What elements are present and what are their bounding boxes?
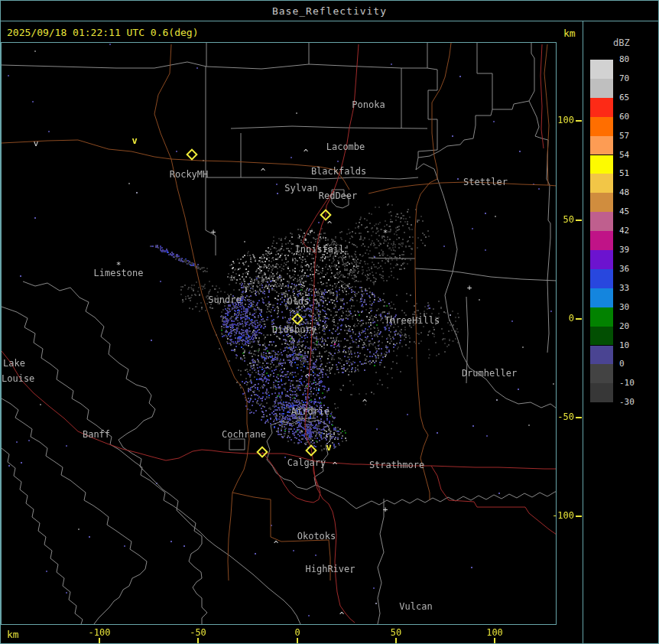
primary-highway-line — [2, 351, 284, 460]
bottom-axis-tick-label: 100 — [486, 627, 503, 638]
secondary-highway-line — [171, 159, 249, 581]
right-axis-tick-mark — [576, 120, 582, 122]
point-marker-icon: + — [467, 283, 472, 293]
secondary-highway-line — [154, 44, 171, 159]
city-label-vulcan: Vulcan — [399, 601, 432, 612]
right-axis-tick-mark — [576, 417, 582, 418]
colorbar-swatch-36dbz — [590, 269, 613, 288]
colorbar-swatch--10dbz — [590, 383, 613, 402]
county-boundary-line — [415, 268, 556, 281]
point-marker-icon: ^ — [362, 398, 368, 408]
point-marker-icon: ^ — [339, 610, 345, 620]
colorbar-swatch-30dbz — [590, 307, 613, 327]
city-label-cochrane: Cochrane — [222, 429, 266, 440]
city-label-stettler: Stettler — [463, 177, 508, 187]
colorbar-level-label: 36 — [619, 264, 629, 274]
bottom-axis-tick-label: 50 — [391, 627, 401, 638]
chevron-marker-icon: v — [326, 442, 331, 453]
colorbar-level-label: 48 — [619, 187, 629, 197]
colorbar-level-label: -30 — [619, 397, 635, 407]
city-label-sundre: Sundre — [208, 294, 241, 305]
county-boundary-line — [316, 485, 556, 509]
radar-map-frame: PonokaLacombeBlackfaldsSylvanRedDeerStet… — [1, 42, 557, 625]
right-axis-tick-label: -100 — [552, 510, 574, 521]
city-label-lake: Lake — [3, 358, 25, 369]
info-bar: 2025/09/18 01:22:11 UTC 0.6(deg) km — [1, 21, 583, 42]
primary-highway-line — [313, 465, 355, 623]
county-boundary-line — [2, 307, 207, 624]
bottom-axis-tick-label: -50 — [190, 627, 206, 638]
colorbar-swatch-60dbz — [590, 117, 613, 136]
city-label-calgary: Calgary — [287, 457, 326, 468]
point-marker-icon: ^ — [304, 148, 309, 158]
radar-app-window: Base_Reflectivity 2025/09/18 01:22:11 UT… — [0, 0, 659, 644]
bottom-axis-tick-mark — [99, 638, 100, 644]
city-label-louise: Louise — [2, 373, 34, 384]
colorbar-swatch-45dbz — [590, 212, 613, 231]
right-axis-tick-label: -50 — [557, 411, 574, 422]
city-label-lacombe: Lacombe — [326, 141, 365, 152]
colorbar-level-label: 39 — [619, 245, 629, 255]
county-boundary-line — [2, 398, 147, 624]
colorbar-level-label: 51 — [619, 168, 629, 178]
title-bar: Base_Reflectivity — [1, 1, 658, 21]
bottom-axis-tick-mark — [494, 638, 495, 644]
point-marker-icon: + — [211, 227, 216, 237]
colorbar-level-label: -10 — [619, 378, 635, 388]
city-label-strathmore: Strathmore — [369, 460, 424, 470]
colorbar-level-label: 30 — [619, 302, 629, 312]
city-label-innisfail: Innisfail — [294, 244, 344, 255]
colorbar-level-label: 54 — [619, 150, 629, 160]
right-distance-axis: 100500-50-100 — [557, 43, 583, 624]
county-boundary-line — [418, 68, 437, 158]
county-boundary-line — [378, 499, 384, 624]
county-boundary-line — [231, 126, 427, 128]
point-marker-icon: + — [383, 505, 388, 515]
county-boundary-line — [206, 43, 309, 69]
county-boundary-line — [477, 43, 492, 109]
bottom-axis-unit-label: km — [7, 629, 19, 640]
colorbar-level-label: 42 — [619, 226, 629, 236]
county-boundary-line — [529, 101, 550, 353]
primary-highway-line — [431, 466, 556, 535]
right-axis-unit-label: km — [563, 28, 576, 39]
colorbar-swatch-10dbz — [590, 346, 613, 365]
city-label-threehills: ThreeHills — [385, 315, 440, 326]
city-label-rockymh: RockyMH — [170, 169, 209, 180]
bottom-axis-tick-mark — [197, 638, 199, 644]
secondary-highway-line — [544, 44, 549, 185]
colorbar-level-label: 10 — [619, 340, 629, 350]
colorbar-swatch-39dbz — [590, 250, 613, 269]
city-label-olds: Olds — [287, 296, 310, 307]
colorbar-level-label: 60 — [619, 112, 629, 122]
colorbar-level-label: 33 — [619, 283, 629, 293]
primary-highway-line — [541, 44, 544, 148]
point-marker-icon: ^ — [274, 539, 279, 549]
colorbar-unit-label: dBZ — [613, 37, 630, 48]
city-label-drumheller: Drumheller — [462, 368, 517, 379]
county-boundary-line — [2, 448, 83, 624]
right-axis-tick-label: 0 — [569, 313, 574, 324]
colorbar-swatch-0dbz — [590, 364, 613, 383]
colorbar-level-label: 45 — [619, 207, 629, 216]
point-marker-icon: ^ — [333, 460, 338, 470]
right-axis-tick-mark — [576, 516, 582, 517]
right-axis-tick-mark — [576, 318, 582, 320]
city-label-sylvan: Sylvan — [284, 183, 317, 194]
radar-map-view[interactable]: PonokaLacombeBlackfaldsSylvanRedDeerStet… — [2, 43, 556, 624]
bottom-axis-tick-label: 0 — [294, 627, 300, 638]
point-marker-icon: ^ — [305, 262, 310, 272]
city-label-airdrie: Airdrie — [291, 406, 330, 417]
chevron-marker-icon: v — [131, 135, 137, 146]
colorbar-level-label: 70 — [619, 73, 629, 83]
colorbar-level-label: 65 — [619, 93, 629, 102]
colorbar-swatch-57dbz — [590, 136, 613, 155]
city-label-ponoka: Ponoka — [352, 99, 385, 110]
colorbar-swatch-70dbz — [590, 79, 613, 98]
county-boundary-line — [309, 43, 427, 68]
city-label-didsbury: Didsbury — [272, 324, 317, 335]
colorbar-swatch-65dbz — [590, 98, 613, 117]
colorbar-level-label: 0 — [619, 359, 625, 369]
colorbar-swatch-48dbz — [590, 193, 613, 212]
colorbar-level-label: 80 — [619, 54, 629, 64]
